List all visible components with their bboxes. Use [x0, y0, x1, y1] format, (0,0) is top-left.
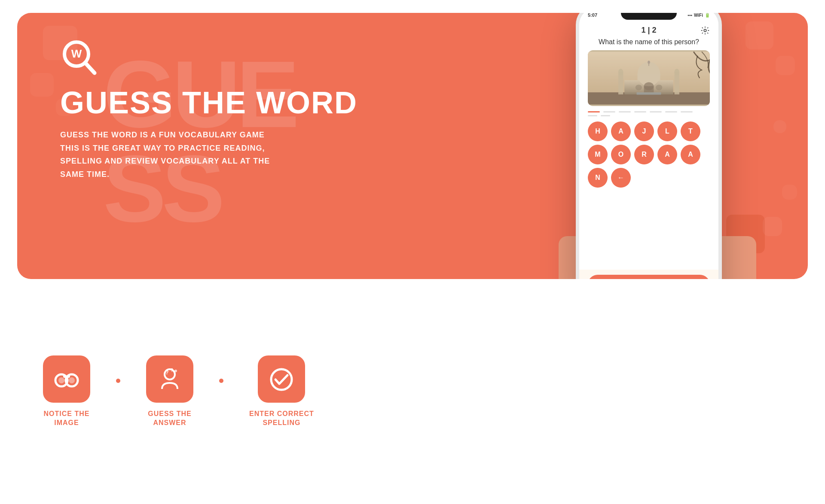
- app-logo: W: [60, 39, 99, 77]
- guess-label-1: GUESS THE: [148, 410, 191, 417]
- letter-T[interactable]: T: [681, 121, 700, 141]
- svg-rect-9: [637, 74, 660, 80]
- svg-point-18: [636, 85, 642, 90]
- blank-5: [650, 111, 662, 112]
- letter-A2[interactable]: A: [657, 145, 677, 164]
- progress-indicator: 1 | 2: [641, 26, 656, 35]
- svg-rect-27: [67, 375, 70, 378]
- svg-point-15: [675, 69, 679, 75]
- enter-spelling-icon-box: [258, 355, 305, 403]
- svg-point-31: [174, 370, 177, 372]
- bottom-section: NOTICE THE IMAGE ? ? GUESS THE ANSWER: [0, 279, 825, 504]
- svg-rect-25: [65, 379, 68, 382]
- notice-image-label: NOTICE THE IMAGE: [44, 410, 90, 428]
- submit-button[interactable]: SUBMIT: [588, 275, 710, 279]
- blank-9: [601, 115, 610, 116]
- svg-text:?: ?: [165, 370, 168, 376]
- phone-outer: 5:07 ▪▪▪ WiFi 🔋 1 | 2: [576, 13, 722, 279]
- svg-point-11: [648, 61, 650, 64]
- guess-answer-label: GUESS THE ANSWER: [148, 410, 191, 428]
- svg-line-2: [85, 63, 95, 73]
- phone-mockup: 5:07 ▪▪▪ WiFi 🔋 1 | 2: [576, 13, 722, 279]
- letter-M[interactable]: M: [588, 145, 608, 164]
- svg-point-13: [618, 69, 623, 75]
- backspace-button[interactable]: ←: [611, 168, 631, 188]
- guess-label-2: ANSWER: [153, 419, 186, 426]
- app-header: 1 | 2: [579, 21, 718, 38]
- deco-sq-6: [773, 120, 786, 133]
- svg-point-23: [58, 377, 64, 383]
- svg-point-32: [271, 369, 292, 390]
- svg-point-19: [656, 85, 662, 90]
- svg-point-3: [704, 29, 706, 32]
- subtitle-line2: THIS IS THE GREAT WAY TO PRACTICE READIN…: [60, 144, 265, 152]
- letter-A3[interactable]: A: [681, 145, 700, 164]
- main-title: GUESS THE WORD: [60, 86, 358, 120]
- notice-label-1: NOTICE THE: [44, 410, 90, 417]
- enter-spelling-label: ENTER CORRECT SPELLING: [249, 410, 314, 428]
- letter-L[interactable]: L: [657, 121, 677, 141]
- question-text: What is the name of this person?: [579, 38, 718, 50]
- blank-3: [619, 111, 631, 112]
- deco-sq-2: [30, 73, 54, 97]
- svg-text:?: ?: [171, 368, 173, 373]
- letter-row-1: H A J L T: [588, 121, 710, 141]
- blank-8: [588, 115, 597, 116]
- settings-icon[interactable]: [700, 26, 710, 35]
- blank-6: [665, 111, 677, 112]
- dot-separator-1: [116, 379, 120, 383]
- blank-7: [681, 111, 693, 112]
- blank-1: [588, 111, 600, 112]
- feature-enter-spelling: ENTER CORRECT SPELLING: [249, 355, 314, 428]
- deco-sq-5: [776, 56, 795, 75]
- thinking-person-icon: ? ?: [157, 367, 183, 391]
- phone-notch: [621, 13, 677, 20]
- feature-notice-image: NOTICE THE IMAGE: [43, 355, 90, 428]
- deco-sq-4: [746, 21, 773, 49]
- notice-label-2: IMAGE: [54, 419, 79, 426]
- letter-J[interactable]: J: [634, 121, 654, 141]
- deco-sq-9: [782, 185, 797, 200]
- subtitle-line4: SAME TIME.: [60, 170, 110, 179]
- answer-blanks: [579, 106, 718, 118]
- notice-image-icon-box: [43, 355, 90, 403]
- deco-sq-8: [763, 217, 782, 236]
- letter-O[interactable]: O: [611, 145, 631, 164]
- phone-screen: 1 | 2 What is the name of this person?: [579, 21, 718, 279]
- banner: GUESS W GUESS THE WORD GUESS THE WORD IS…: [17, 13, 808, 279]
- svg-rect-14: [675, 72, 679, 94]
- blanks-row-2: [588, 115, 710, 116]
- svg-rect-26: [63, 375, 67, 378]
- subtitle-line3: SPELLING AND REVIEW VOCABULARY ALL AT TH…: [60, 157, 270, 165]
- letter-A1[interactable]: A: [611, 121, 631, 141]
- guess-answer-icon-box: ? ?: [146, 355, 193, 403]
- spelling-label-2: SPELLING: [263, 419, 300, 426]
- svg-rect-17: [644, 86, 654, 92]
- subtitle-line1: GUESS THE WORD IS A FUN VOCABULARY GAME: [60, 131, 265, 139]
- svg-rect-12: [618, 72, 623, 94]
- banner-left: W GUESS THE WORD GUESS THE WORD IS A FUN…: [60, 39, 358, 181]
- binoculars-icon: [54, 368, 79, 390]
- status-icons: ▪▪▪ WiFi 🔋: [688, 13, 710, 18]
- letter-row-2: M O R A A: [588, 145, 710, 164]
- letter-row-3: N ←: [588, 168, 710, 188]
- checkmark-shield-icon: [269, 367, 294, 391]
- blank-2: [603, 111, 615, 112]
- letter-N[interactable]: N: [588, 168, 608, 188]
- letter-H[interactable]: H: [588, 121, 608, 141]
- quiz-image: [588, 50, 710, 106]
- wifi-icon: WiFi: [694, 13, 703, 18]
- blank-4: [634, 111, 646, 112]
- subtitle: GUESS THE WORD IS A FUN VOCABULARY GAME …: [60, 128, 275, 181]
- letter-grid: H A J L T M O R A A: [579, 118, 718, 191]
- submit-area: SUBMIT: [579, 270, 718, 279]
- svg-point-24: [69, 377, 75, 383]
- svg-rect-20: [637, 92, 661, 95]
- svg-text:W: W: [71, 47, 82, 60]
- signal-icon: ▪▪▪: [688, 13, 692, 18]
- letter-R[interactable]: R: [634, 145, 654, 164]
- dot-separator-2: [219, 379, 223, 383]
- page-wrapper: GUESS W GUESS THE WORD GUESS THE WORD IS…: [0, 0, 825, 504]
- spelling-label-1: ENTER CORRECT: [249, 410, 314, 417]
- status-time: 5:07: [588, 13, 597, 18]
